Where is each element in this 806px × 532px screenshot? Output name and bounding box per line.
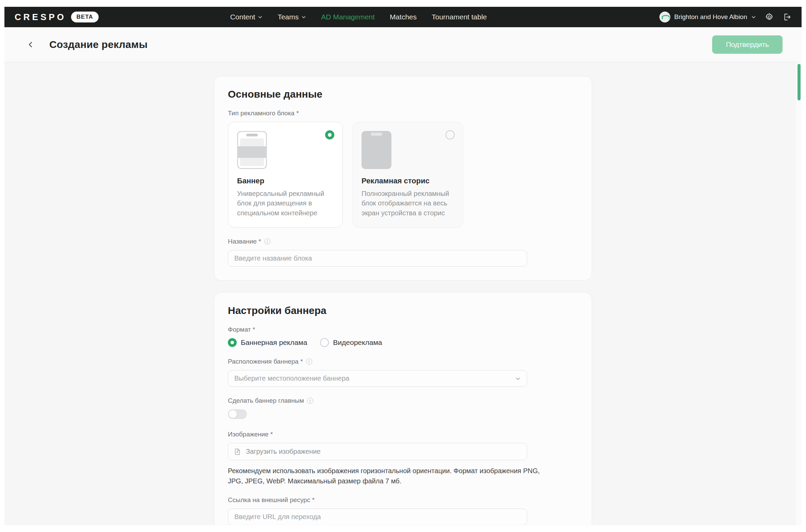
nav-item-ad-management[interactable]: AD Management: [321, 13, 375, 21]
url-input[interactable]: [228, 509, 527, 525]
club-crest-avatar: [659, 12, 670, 22]
confirm-button[interactable]: Подтвердить: [712, 35, 783, 54]
topbar-right: Brighton and Hove Albion: [528, 12, 791, 22]
radio-banner-ad[interactable]: Баннерная реклама: [228, 338, 307, 347]
club-name: Brighton and Hove Albion: [674, 13, 747, 21]
info-icon: [264, 238, 270, 245]
nav-item-matches[interactable]: Matches: [390, 13, 417, 21]
nav-item-content[interactable]: Content: [230, 13, 263, 21]
option-card-banner[interactable]: Баннер Универсальный рекламный блок для …: [228, 122, 343, 228]
chevron-down-icon: [258, 15, 263, 19]
radio-video-ad[interactable]: Видеореклама: [320, 338, 382, 347]
name-label: Название *: [228, 238, 578, 245]
ad-type-label: Тип рекламного блока *: [228, 110, 578, 117]
format-label: Формат *: [228, 326, 578, 333]
crespo-logo: CRESPO: [15, 12, 66, 22]
url-label: Ссылка на внешний ресурс *: [228, 496, 578, 504]
main-card-title: Основные данные: [228, 88, 578, 100]
content-area: Основные данные Тип рекламного блока * Б…: [4, 62, 802, 525]
club-selector[interactable]: Brighton and Hove Albion: [659, 12, 756, 22]
option-title: Баннер: [237, 177, 334, 185]
format-radio-group: Баннерная реклама Видеореклама: [228, 338, 578, 347]
make-main-label: Сделать баннер главным: [228, 397, 578, 404]
image-upload-button[interactable]: Загрузить изображение: [228, 443, 527, 460]
image-label: Изображение *: [228, 431, 578, 438]
option-description: Универсальный рекламный блок для размеще…: [237, 189, 334, 218]
phone-banner-icon: [237, 131, 267, 169]
banner-settings-card: Настройки баннера Формат * Баннерная рек…: [214, 292, 592, 525]
scrollbar-track[interactable]: [796, 62, 802, 525]
scrollbar-thumb[interactable]: [797, 64, 801, 100]
brand: CRESPO BETA: [15, 12, 230, 22]
gear-icon[interactable]: [765, 13, 774, 21]
image-hint: Рекомендуем использовать изображения гор…: [228, 466, 554, 486]
info-icon: [306, 359, 312, 365]
ad-type-options: Баннер Универсальный рекламный блок для …: [228, 122, 578, 228]
phone-fullscreen-icon: [362, 131, 391, 169]
logout-icon[interactable]: [783, 13, 791, 21]
chevron-down-icon: [301, 15, 306, 19]
topbar: CRESPO BETA Content Teams AD Management …: [4, 7, 802, 27]
radio-selected-icon: [228, 338, 237, 347]
option-description: Полноэкранный рекламный блок отображаетс…: [362, 189, 454, 218]
info-icon: [307, 398, 313, 404]
location-select[interactable]: Выберите местоположение баннера: [228, 370, 527, 387]
nav-item-teams[interactable]: Teams: [278, 13, 306, 21]
option-title: Рекламная сторис: [362, 177, 454, 185]
banner-card-title: Настройки баннера: [228, 305, 578, 316]
chevron-down-icon: [515, 376, 521, 381]
radio-unselected-icon[interactable]: [446, 130, 455, 139]
nav-item-tournament-table[interactable]: Tournament table: [432, 13, 487, 21]
page-header: Создание рекламы Подтвердить: [4, 27, 802, 62]
beta-badge: BETA: [71, 12, 99, 22]
name-input[interactable]: [228, 250, 527, 267]
option-card-stories[interactable]: Рекламная сторис Полноэкранный рекламный…: [352, 122, 463, 228]
make-main-toggle[interactable]: [228, 409, 247, 419]
location-label: Расположения баннера *: [228, 358, 578, 365]
page-title: Создание рекламы: [49, 39, 148, 50]
app-frame: CRESPO BETA Content Teams AD Management …: [4, 7, 802, 525]
chevron-down-icon: [751, 15, 756, 19]
radio-selected-icon[interactable]: [325, 130, 334, 139]
radio-unselected-icon: [320, 338, 329, 347]
back-button[interactable]: [25, 39, 36, 50]
main-data-card: Основные данные Тип рекламного блока * Б…: [214, 76, 592, 281]
main-nav: Content Teams AD Management Matches Tour…: [230, 13, 487, 21]
file-upload-icon: [234, 448, 241, 455]
